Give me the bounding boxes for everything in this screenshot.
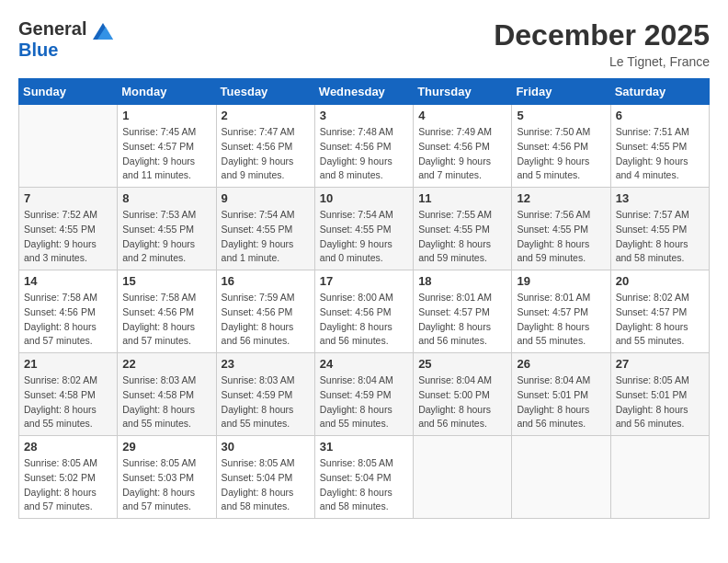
calendar-cell: 22Sunrise: 8:03 AM Sunset: 4:58 PM Dayli…	[118, 353, 216, 436]
calendar-header-row: SundayMondayTuesdayWednesdayThursdayFrid…	[19, 79, 710, 105]
day-number: 30	[222, 440, 310, 454]
calendar-week-3: 14Sunrise: 7:58 AM Sunset: 4:56 PM Dayli…	[19, 270, 710, 353]
logo: General Blue	[18, 18, 113, 61]
day-number: 29	[122, 440, 210, 454]
calendar-cell: 2Sunrise: 7:47 AM Sunset: 4:56 PM Daylig…	[216, 105, 314, 188]
calendar-cell	[414, 436, 512, 519]
calendar-week-2: 7Sunrise: 7:52 AM Sunset: 4:55 PM Daylig…	[19, 188, 710, 270]
calendar-cell: 18Sunrise: 8:01 AM Sunset: 4:57 PM Dayli…	[414, 270, 512, 353]
calendar-cell: 21Sunrise: 8:02 AM Sunset: 4:58 PM Dayli…	[19, 353, 118, 436]
day-number: 5	[517, 109, 605, 122]
day-info: Sunrise: 7:58 AM Sunset: 4:56 PM Dayligh…	[122, 291, 210, 349]
day-info: Sunrise: 8:00 AM Sunset: 4:56 PM Dayligh…	[320, 291, 408, 349]
weekday-header-tuesday: Tuesday	[216, 79, 314, 105]
day-number: 14	[24, 274, 112, 288]
day-number: 19	[517, 274, 605, 288]
day-number: 16	[222, 274, 310, 288]
calendar-cell: 17Sunrise: 8:00 AM Sunset: 4:56 PM Dayli…	[314, 270, 413, 353]
day-info: Sunrise: 8:03 AM Sunset: 4:59 PM Dayligh…	[222, 373, 310, 431]
calendar-week-5: 28Sunrise: 8:05 AM Sunset: 5:02 PM Dayli…	[19, 436, 710, 519]
day-info: Sunrise: 7:47 AM Sunset: 4:56 PM Dayligh…	[222, 125, 310, 183]
calendar-table: SundayMondayTuesdayWednesdayThursdayFrid…	[18, 78, 710, 519]
day-info: Sunrise: 7:53 AM Sunset: 4:55 PM Dayligh…	[122, 208, 210, 266]
day-number: 3	[320, 109, 408, 122]
day-info: Sunrise: 8:05 AM Sunset: 5:01 PM Dayligh…	[616, 373, 704, 431]
day-number: 10	[320, 191, 408, 205]
calendar-cell: 28Sunrise: 8:05 AM Sunset: 5:02 PM Dayli…	[19, 436, 118, 519]
weekday-header-thursday: Thursday	[414, 79, 512, 105]
day-number: 21	[24, 357, 112, 371]
day-info: Sunrise: 7:49 AM Sunset: 4:56 PM Dayligh…	[418, 125, 506, 183]
day-number: 20	[616, 274, 704, 288]
calendar-cell: 13Sunrise: 7:57 AM Sunset: 4:55 PM Dayli…	[610, 188, 709, 270]
calendar-cell: 12Sunrise: 7:56 AM Sunset: 4:55 PM Dayli…	[512, 188, 610, 270]
calendar-cell: 19Sunrise: 8:01 AM Sunset: 4:57 PM Dayli…	[512, 270, 610, 353]
calendar-cell: 9Sunrise: 7:54 AM Sunset: 4:55 PM Daylig…	[216, 188, 314, 270]
calendar-cell: 29Sunrise: 8:05 AM Sunset: 5:03 PM Dayli…	[118, 436, 216, 519]
calendar-cell	[610, 436, 709, 519]
day-number: 23	[222, 357, 310, 371]
month-title: December 2025	[494, 18, 710, 52]
day-number: 6	[616, 109, 704, 122]
calendar-cell: 5Sunrise: 7:50 AM Sunset: 4:56 PM Daylig…	[512, 105, 610, 188]
day-number: 24	[320, 357, 408, 371]
day-info: Sunrise: 8:03 AM Sunset: 4:58 PM Dayligh…	[122, 373, 210, 431]
day-number: 9	[222, 191, 310, 205]
day-info: Sunrise: 7:45 AM Sunset: 4:57 PM Dayligh…	[122, 125, 210, 183]
calendar-cell: 24Sunrise: 8:04 AM Sunset: 4:59 PM Dayli…	[314, 353, 413, 436]
calendar-cell: 6Sunrise: 7:51 AM Sunset: 4:55 PM Daylig…	[610, 105, 709, 188]
calendar-cell: 14Sunrise: 7:58 AM Sunset: 4:56 PM Dayli…	[19, 270, 118, 353]
day-number: 8	[122, 191, 210, 205]
day-number: 7	[24, 191, 112, 205]
logo-general: General	[18, 18, 113, 40]
day-number: 17	[320, 274, 408, 288]
day-number: 2	[222, 109, 310, 122]
calendar-cell: 25Sunrise: 8:04 AM Sunset: 5:00 PM Dayli…	[414, 353, 512, 436]
calendar-cell: 16Sunrise: 7:59 AM Sunset: 4:56 PM Dayli…	[216, 270, 314, 353]
calendar-cell: 11Sunrise: 7:55 AM Sunset: 4:55 PM Dayli…	[414, 188, 512, 270]
day-number: 22	[122, 357, 210, 371]
calendar-cell: 26Sunrise: 8:04 AM Sunset: 5:01 PM Dayli…	[512, 353, 610, 436]
day-info: Sunrise: 8:05 AM Sunset: 5:02 PM Dayligh…	[24, 456, 112, 514]
day-info: Sunrise: 7:55 AM Sunset: 4:55 PM Dayligh…	[418, 208, 506, 266]
calendar-cell	[512, 436, 610, 519]
calendar-cell: 4Sunrise: 7:49 AM Sunset: 4:56 PM Daylig…	[414, 105, 512, 188]
day-info: Sunrise: 7:59 AM Sunset: 4:56 PM Dayligh…	[222, 291, 310, 349]
day-number: 31	[320, 440, 408, 454]
day-info: Sunrise: 7:54 AM Sunset: 4:55 PM Dayligh…	[320, 208, 408, 266]
day-number: 18	[418, 274, 506, 288]
calendar-week-1: 1Sunrise: 7:45 AM Sunset: 4:57 PM Daylig…	[19, 105, 710, 188]
day-info: Sunrise: 8:04 AM Sunset: 5:00 PM Dayligh…	[418, 373, 506, 431]
page-header: General Blue December 2025 Le Tignet, Fr…	[18, 18, 710, 69]
day-number: 1	[122, 109, 210, 122]
day-info: Sunrise: 8:04 AM Sunset: 5:01 PM Dayligh…	[517, 373, 605, 431]
day-info: Sunrise: 7:56 AM Sunset: 4:55 PM Dayligh…	[517, 208, 605, 266]
calendar-week-4: 21Sunrise: 8:02 AM Sunset: 4:58 PM Dayli…	[19, 353, 710, 436]
day-info: Sunrise: 7:48 AM Sunset: 4:56 PM Dayligh…	[320, 125, 408, 183]
weekday-header-wednesday: Wednesday	[314, 79, 413, 105]
calendar-cell: 7Sunrise: 7:52 AM Sunset: 4:55 PM Daylig…	[19, 188, 118, 270]
weekday-header-friday: Friday	[512, 79, 610, 105]
day-number: 15	[122, 274, 210, 288]
calendar-cell: 27Sunrise: 8:05 AM Sunset: 5:01 PM Dayli…	[610, 353, 709, 436]
logo-blue: Blue	[18, 40, 58, 60]
day-info: Sunrise: 7:54 AM Sunset: 4:55 PM Dayligh…	[222, 208, 310, 266]
day-number: 28	[24, 440, 112, 454]
day-number: 25	[418, 357, 506, 371]
day-info: Sunrise: 7:58 AM Sunset: 4:56 PM Dayligh…	[24, 291, 112, 349]
location: Le Tignet, France	[494, 54, 710, 69]
calendar-cell: 31Sunrise: 8:05 AM Sunset: 5:04 PM Dayli…	[314, 436, 413, 519]
day-info: Sunrise: 7:51 AM Sunset: 4:55 PM Dayligh…	[616, 125, 704, 183]
day-info: Sunrise: 8:05 AM Sunset: 5:04 PM Dayligh…	[222, 456, 310, 514]
title-area: December 2025 Le Tignet, France	[494, 18, 710, 69]
day-number: 26	[517, 357, 605, 371]
calendar-cell: 30Sunrise: 8:05 AM Sunset: 5:04 PM Dayli…	[216, 436, 314, 519]
calendar-cell: 23Sunrise: 8:03 AM Sunset: 4:59 PM Dayli…	[216, 353, 314, 436]
day-info: Sunrise: 7:57 AM Sunset: 4:55 PM Dayligh…	[616, 208, 704, 266]
calendar-cell: 1Sunrise: 7:45 AM Sunset: 4:57 PM Daylig…	[118, 105, 216, 188]
day-info: Sunrise: 8:02 AM Sunset: 4:58 PM Dayligh…	[24, 373, 112, 431]
weekday-header-saturday: Saturday	[610, 79, 709, 105]
day-info: Sunrise: 8:02 AM Sunset: 4:57 PM Dayligh…	[616, 291, 704, 349]
day-info: Sunrise: 8:01 AM Sunset: 4:57 PM Dayligh…	[418, 291, 506, 349]
day-info: Sunrise: 8:05 AM Sunset: 5:03 PM Dayligh…	[122, 456, 210, 514]
